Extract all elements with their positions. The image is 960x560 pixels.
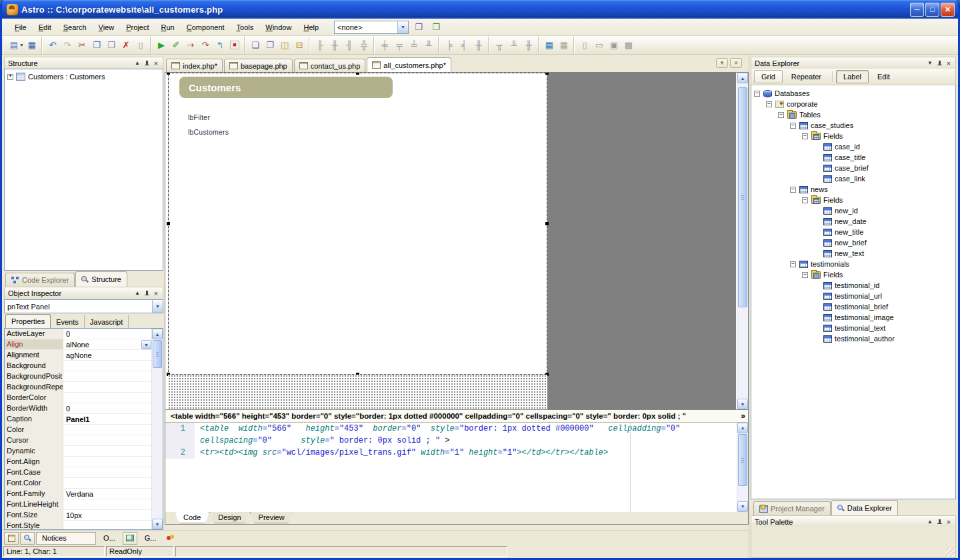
property-row[interactable]: ActiveLayer0 [5, 329, 151, 339]
tab-data-explorer[interactable]: Data Explorer [831, 500, 898, 515]
property-row[interactable]: Background [5, 361, 151, 371]
paste-icon[interactable]: ❒ [104, 38, 119, 53]
close-icon[interactable]: ✕ [941, 3, 955, 17]
step-into-icon[interactable]: ↷ [198, 38, 213, 53]
run-project-icon[interactable]: ❐ [429, 20, 443, 34]
collapse-node-icon[interactable]: − [790, 187, 796, 193]
dock-tab-output[interactable]: O... [97, 532, 121, 545]
remove-h-space-icon[interactable]: ╨ [421, 38, 436, 53]
collapse-node-icon[interactable]: − [802, 197, 808, 203]
run-icon[interactable]: ▶ [154, 38, 169, 53]
search-results-icon[interactable] [20, 532, 35, 545]
insert-table-icon[interactable]: ▦ [557, 38, 571, 53]
tab-project-manager[interactable]: Project Manager [753, 501, 831, 515]
decrease-h-space-icon[interactable]: ╧ [407, 38, 421, 53]
tree-item-testimonial-id[interactable]: testimonial_id [751, 280, 955, 291]
menu-arrow-icon[interactable]: ▼ [925, 59, 935, 67]
center-in-window-icon[interactable]: ▩ [621, 38, 636, 53]
close-icon[interactable]: × [151, 289, 161, 297]
collapse-icon[interactable]: ▲ [133, 289, 142, 297]
dx-button-label[interactable]: Label [836, 70, 869, 83]
selection-handle[interactable] [167, 73, 170, 75]
scroll-down-icon[interactable]: ▼ [737, 399, 748, 409]
tree-item-fields[interactable]: −Fields [751, 269, 955, 280]
property-row[interactable]: BackgroundPosit [5, 371, 151, 382]
gallery-icon[interactable] [123, 532, 137, 545]
doc-tab-all-customers-php-[interactable]: all_customers.php* [367, 57, 451, 72]
tree-item-testimonial-author[interactable]: testimonial_author [751, 333, 955, 344]
size-to-grid-icon[interactable]: ╫ [471, 38, 486, 53]
dock-tab-notices[interactable]: Notices [36, 532, 96, 545]
redo-icon[interactable]: ↷ [60, 38, 75, 53]
page-design-surface[interactable]: Customers lbFilter lbCustomers [168, 73, 547, 375]
tree-item-case-id[interactable]: case_id [751, 141, 955, 152]
design-canvas[interactable]: Customers lbFilter lbCustomers [165, 73, 748, 409]
scroll-down-icon[interactable]: ▼ [737, 501, 748, 512]
property-row[interactable]: AlignmentagNone [5, 350, 151, 361]
same-height-icon[interactable]: ▭ [592, 38, 607, 53]
property-value[interactable] [63, 425, 151, 435]
doc-tab-index-php-[interactable]: index.php* [166, 59, 223, 72]
property-value[interactable] [63, 457, 151, 467]
property-row[interactable]: Font.Style [5, 521, 151, 530]
code-scrollbar[interactable]: ▲ ▼ [737, 423, 748, 512]
step-out-icon[interactable]: ↰ [213, 38, 227, 53]
tree-item-tables[interactable]: −Tables [751, 109, 955, 120]
expand-icon[interactable]: + [7, 74, 13, 80]
property-value[interactable]: 0 [63, 403, 151, 413]
scrollbar-thumb[interactable] [738, 87, 747, 307]
property-row[interactable]: Color [5, 425, 151, 435]
selection-handle[interactable] [167, 222, 170, 225]
property-value[interactable]: Panel1 [63, 414, 151, 424]
property-row[interactable]: AlignalNone▼ [5, 339, 151, 350]
menu-project[interactable]: Project [120, 21, 155, 33]
property-row[interactable]: Cursor [5, 435, 151, 446]
breadcrumb-more-icon[interactable]: » [738, 411, 748, 421]
tile-horizontal-icon[interactable]: ◫ [277, 38, 292, 53]
collapse-node-icon[interactable]: − [802, 272, 808, 278]
property-value[interactable] [63, 371, 151, 381]
align-right-edges-icon[interactable]: ╢ [342, 38, 357, 53]
tag-breadcrumb[interactable]: <table width="566" height="453" border="… [165, 409, 748, 423]
property-value[interactable]: Verdana [63, 489, 151, 499]
stop-icon[interactable]: ■ [227, 38, 242, 53]
design-scrollbar[interactable]: ▲ ▼ [737, 73, 748, 409]
tree-item-corporate[interactable]: −corporate [751, 99, 955, 109]
tree-item-news[interactable]: −news [751, 184, 955, 195]
tree-item-new-date[interactable]: new_date [751, 216, 955, 227]
collapse-icon[interactable]: ▲ [133, 59, 142, 67]
property-row[interactable]: BorderWidth0 [5, 403, 151, 414]
scroll-up-icon[interactable]: ▲ [737, 423, 748, 433]
property-value[interactable] [63, 382, 151, 392]
tab-javascript[interactable]: Javascript [85, 315, 129, 328]
property-row[interactable]: Font.FamilyVerdana [5, 489, 151, 499]
chevron-down-icon[interactable]: ▼ [152, 300, 163, 313]
code-line[interactable]: cellspacing="0" style=" border: 0px soli… [165, 435, 737, 447]
chevron-down-icon[interactable]: ▼ [19, 43, 25, 47]
property-value[interactable] [63, 361, 151, 371]
scroll-down-icon[interactable]: ▼ [152, 519, 163, 529]
cut-icon[interactable]: ✂ [75, 38, 89, 53]
tree-item-new-text[interactable]: new_text [751, 248, 955, 259]
close-icon[interactable]: × [944, 59, 953, 67]
tab-close-icon[interactable]: ✕ [730, 58, 742, 68]
selection-handle[interactable] [545, 222, 549, 225]
property-value[interactable] [63, 435, 151, 445]
menu-component[interactable]: Component [181, 21, 231, 33]
property-row[interactable]: BackgroundRepe [5, 382, 151, 393]
menu-help[interactable]: Help [297, 21, 325, 33]
clear-page-icon[interactable]: ▯ [133, 38, 148, 53]
doc-tab-basepage-php[interactable]: basepage.php [224, 59, 293, 72]
tree-item-new-title[interactable]: new_title [751, 227, 955, 237]
property-grid-scrollbar[interactable]: ▲ ▼ [151, 329, 163, 529]
tree-item-testimonial-brief[interactable]: testimonial_brief [751, 301, 955, 312]
tree-item-case-studies[interactable]: −case_studies [751, 120, 955, 131]
align-left-edges-icon[interactable]: ╟ [313, 38, 327, 53]
property-row[interactable]: CaptionPanel1 [5, 414, 151, 425]
table-properties-icon[interactable]: ▦ [542, 38, 557, 53]
collapse-node-icon[interactable]: − [790, 123, 796, 129]
property-value[interactable] [63, 467, 151, 477]
tile-vertical-icon[interactable]: ⊟ [292, 38, 307, 53]
tab-events[interactable]: Events [51, 315, 85, 328]
dock-tab-g[interactable]: G... [139, 532, 163, 545]
